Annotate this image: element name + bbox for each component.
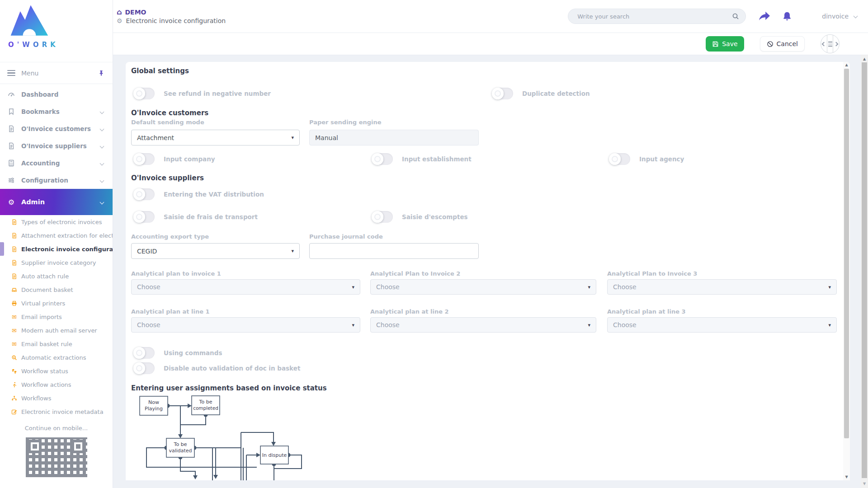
main-content: Global settings See refund in negative n… <box>113 55 868 488</box>
workflow-node-now-playing[interactable]: Now Playing <box>140 396 168 415</box>
workflow-node-in-dispute[interactable]: In dispute <box>260 446 288 464</box>
select-value: Attachment <box>137 134 174 141</box>
sidebar-item-document-basket[interactable]: Document basket <box>0 283 113 296</box>
sidebar-item-attachment-extraction[interactable]: Attachment extraction for electronic inv… <box>0 229 113 242</box>
sidebar-item-dashboard[interactable]: Dashboard <box>0 86 113 103</box>
sidebar-item-workflow-status[interactable]: Workflow status <box>0 364 113 378</box>
toggle-transport-fees[interactable] <box>134 211 155 223</box>
toggle-disable-auto-validation[interactable] <box>134 362 155 374</box>
header: ⌂ DEMO ⚙ Electronic invoice configuratio… <box>113 0 868 33</box>
settings-card: Global settings See refund in negative n… <box>126 62 850 480</box>
purchase-journal-code-input[interactable] <box>309 243 479 259</box>
scroll-down-icon[interactable]: ▼ <box>843 474 850 480</box>
chevron-down-icon <box>100 200 104 204</box>
svg-text:To be: To be <box>199 399 212 405</box>
workflow-node-to-be-completed[interactable]: To be completed <box>192 396 220 415</box>
scrollbar-thumb[interactable] <box>862 62 867 478</box>
sidebar-item-admin[interactable]: ⚙ Admin <box>0 189 113 215</box>
floppy-icon <box>712 41 719 47</box>
next-record-icon[interactable] <box>833 34 839 53</box>
sidebar-item-accounting[interactable]: Accounting <box>0 155 113 172</box>
sidebar-item-supplier-invoice-category[interactable]: Supplier invoice category <box>0 256 113 269</box>
search-icon[interactable] <box>732 13 739 20</box>
analytical-plan-invoice-1-select[interactable]: Choose ▾ <box>131 279 360 295</box>
analytical-plan-invoice-3-select[interactable]: Choose ▾ <box>607 279 837 295</box>
bell-icon[interactable] <box>782 11 792 22</box>
toggle-row: Saisie d'escomptes <box>372 211 468 223</box>
accounting-export-type-select[interactable]: CEGID ▾ <box>131 243 300 259</box>
field-label: Default sending mode <box>131 119 204 126</box>
sidebar-item-electronic-invoice-configuration[interactable]: Electronic invoice configuration <box>0 242 113 256</box>
cancel-button[interactable]: Cancel <box>760 36 805 52</box>
paper-sending-engine-input[interactable] <box>309 130 479 145</box>
toggle-discounts[interactable] <box>372 211 393 223</box>
sidebar-item-virtual-printers[interactable]: Virtual printers <box>0 296 113 310</box>
sidebar-item-auto-attach-rule[interactable]: Auto attach rule <box>0 269 113 283</box>
analytical-plan-invoice-2-select[interactable]: Choose ▾ <box>370 279 596 295</box>
sidebar-item-oinvoice-suppliers[interactable]: O'Invoice suppliers <box>0 137 113 155</box>
share-icon[interactable] <box>759 11 770 22</box>
sidebar-item-email-basket-rule[interactable]: ✉ Email basket rule <box>0 337 113 351</box>
sidebar-item-email-imports[interactable]: ✉ Email imports <box>0 310 113 324</box>
select-value: CEGID <box>137 248 157 255</box>
sidebar-nav: Dashboard Bookmarks O'Invoice customers <box>0 84 113 418</box>
breadcrumb: ⌂ DEMO ⚙ Electronic invoice configuratio… <box>113 9 226 24</box>
toggle-input-company[interactable] <box>134 153 155 165</box>
submenu-label: Virtual printers <box>21 300 65 307</box>
workflow-node-to-be-validated[interactable]: To be validated <box>166 438 194 457</box>
bookmark-icon <box>7 108 15 115</box>
caret-down-icon: ▾ <box>588 284 590 290</box>
analytical-plan-line-1-select[interactable]: Choose ▾ <box>131 317 360 333</box>
hamburger-menu-icon[interactable] <box>7 70 15 76</box>
section-title-global-settings: Global settings <box>131 67 189 75</box>
toggle-duplicate-detection[interactable] <box>492 88 513 99</box>
page-title: Electronic invoice configuration <box>126 17 226 24</box>
prev-record-icon[interactable] <box>821 34 827 53</box>
sidebar-item-electronic-invoice-metadata[interactable]: Electronic invoice metadata <box>0 405 113 418</box>
sidebar-item-configuration[interactable]: Configuration <box>0 172 113 189</box>
toggle-row: Saisie de frais de transport <box>134 211 258 223</box>
toggle-label: Saisie de frais de transport <box>164 213 258 221</box>
sidebar-item-label: Dashboard <box>21 91 58 98</box>
sidebar-item-automatic-extractions[interactable]: Automatic extractions <box>0 351 113 364</box>
toggle-see-refund[interactable] <box>134 88 155 99</box>
scroll-up-icon[interactable]: ▲ <box>843 62 850 68</box>
sidebar-item-bookmarks[interactable]: Bookmarks <box>0 103 113 120</box>
analytical-plan-line-3-select[interactable]: Choose ▾ <box>607 317 837 333</box>
workflow-diagram[interactable]: Now Playing To be completed To be valida… <box>131 394 448 480</box>
sidebar-item-label: O'Invoice suppliers <box>21 142 87 150</box>
toggle-input-agency[interactable] <box>609 153 630 165</box>
submenu-label: Auto attach rule <box>21 273 69 280</box>
toggle-input-establishment[interactable] <box>372 153 393 165</box>
logo-mountain-icon <box>7 3 51 40</box>
breadcrumb-home[interactable]: ⌂ DEMO <box>117 9 226 16</box>
save-button[interactable]: Save <box>706 36 744 52</box>
submenu-label: Workflows <box>21 395 51 402</box>
scrollbar-thumb[interactable] <box>844 69 849 438</box>
user-menu[interactable]: dinvoice <box>822 13 857 20</box>
pin-icon[interactable] <box>98 70 104 76</box>
sidebar-item-modern-auth-email-server[interactable]: ✉ Modern auth email server <box>0 324 113 337</box>
toggle-label: Input establishment <box>402 155 472 163</box>
submenu-label: Automatic extractions <box>21 354 86 361</box>
brand-text: O'WORK <box>8 41 59 49</box>
scroll-up-icon[interactable]: ▲ <box>861 56 868 62</box>
sidebar-item-workflow-actions[interactable]: Workflow actions <box>0 378 113 391</box>
record-list-icon[interactable] <box>827 34 834 53</box>
search-input[interactable] <box>577 13 732 20</box>
sidebar-item-oinvoice-customers[interactable]: O'Invoice customers <box>0 120 113 137</box>
section-title-oinvoice-customers: O'Invoice customers <box>131 109 208 117</box>
record-pager <box>821 34 840 53</box>
invoice-file-icon <box>7 142 15 150</box>
sidebar-item-workflows[interactable]: Workflows <box>0 391 113 405</box>
caret-down-icon: ▾ <box>588 322 590 328</box>
file-icon <box>11 233 18 239</box>
scroll-down-icon[interactable]: ▼ <box>861 481 868 487</box>
sidebar-item-types-of-electronic-invoices[interactable]: Types of electronic invoices <box>0 215 113 229</box>
select-value: Choose <box>376 321 400 328</box>
toggle-vat-distribution[interactable] <box>134 188 155 200</box>
toggle-using-commands[interactable] <box>134 347 155 359</box>
shoe-prints-icon <box>11 368 18 374</box>
analytical-plan-line-2-select[interactable]: Choose ▾ <box>370 317 596 333</box>
default-sending-mode-select[interactable]: Attachment ▾ <box>131 130 300 145</box>
